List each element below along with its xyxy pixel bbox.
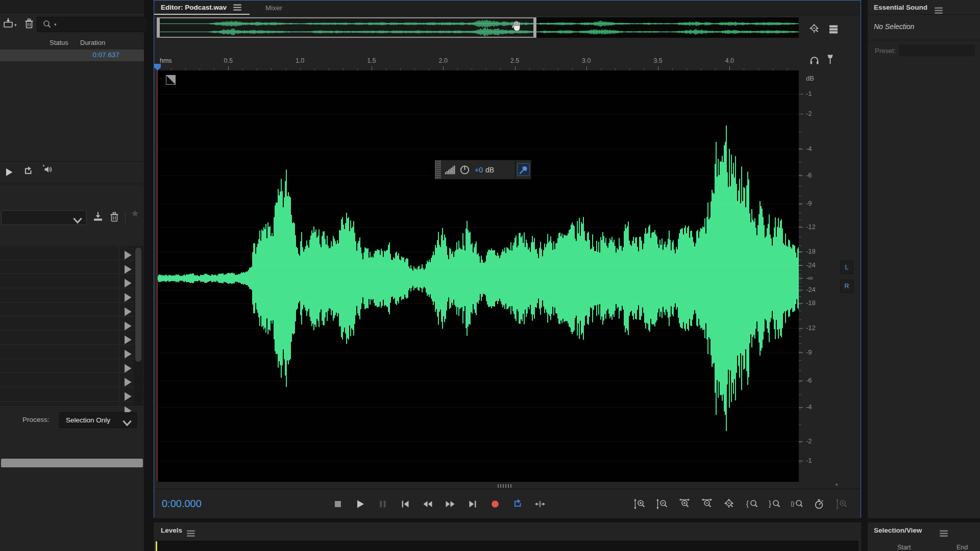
trash-icon[interactable] — [23, 18, 35, 29]
effects-slot[interactable] — [0, 331, 144, 345]
autoplay-speaker-icon[interactable] — [43, 164, 54, 176]
import-caret-icon[interactable]: ▾ — [14, 22, 17, 28]
effects-slot[interactable] — [0, 274, 144, 288]
column-header-duration[interactable]: Duration — [80, 39, 105, 46]
preset-input[interactable] — [898, 44, 976, 57]
fade-envelope-icon[interactable] — [166, 75, 176, 85]
preview-play-icon[interactable] — [4, 167, 15, 178]
zoom-reset-button[interactable] — [723, 497, 736, 510]
overview-viewport[interactable] — [157, 17, 536, 38]
zoom-in-point-button[interactable]: { — [745, 497, 758, 510]
db-gridline — [157, 353, 799, 353]
gain-knob-icon[interactable] — [459, 164, 471, 176]
scrollbar-thumb[interactable] — [135, 247, 141, 362]
column-header-status[interactable]: Status — [50, 39, 68, 46]
tab-editor[interactable]: Editor: Podcast.wav — [154, 1, 250, 15]
save-effects-icon[interactable] — [92, 211, 104, 222]
channel-right-label: R — [844, 283, 849, 290]
panel-menu-icon[interactable] — [232, 2, 243, 13]
scrollbar-arrow-icon[interactable]: ▾ — [836, 482, 838, 487]
db-scale-tick — [799, 252, 801, 253]
zoom-out-vertical-button[interactable] — [655, 497, 668, 510]
file-row-selected[interactable]: 0:07.637 — [0, 49, 144, 61]
editor-panel: Editor: Podcast.wav Mixer hms 0.51.01.52… — [154, 0, 861, 518]
gain-value[interactable]: +0 — [475, 166, 483, 174]
headphones-icon[interactable] — [809, 55, 820, 66]
play-button[interactable] — [354, 498, 366, 510]
effect-slot-arrow-icon[interactable] — [122, 249, 133, 261]
zoom-navigate-icon[interactable] — [809, 23, 820, 35]
db-scale-tick — [799, 442, 801, 443]
channel-left-button[interactable]: L — [840, 261, 853, 274]
tab-mixer[interactable]: Mixer — [259, 1, 289, 15]
effects-horizontal-scrollbar[interactable] — [1, 459, 143, 467]
effects-slot[interactable] — [0, 345, 144, 359]
editor-tabbar: Editor: Podcast.wav Mixer — [154, 1, 861, 15]
viewport-right-handle[interactable] — [533, 18, 536, 37]
channel-right-button[interactable]: R — [840, 280, 853, 293]
panel-menu-icon[interactable] — [185, 528, 197, 539]
ruler-time-label: 1.5 — [363, 57, 380, 64]
loop-button[interactable] — [511, 498, 523, 510]
effect-slot-arrow-icon[interactable] — [122, 391, 133, 402]
import-media-icon[interactable] — [3, 17, 14, 29]
effect-slot-arrow-icon[interactable] — [122, 306, 133, 317]
waveform-overview[interactable] — [157, 17, 799, 38]
effects-slot[interactable] — [0, 359, 144, 373]
effect-slot-arrow-icon[interactable] — [122, 377, 133, 388]
delete-effects-icon[interactable] — [109, 211, 120, 222]
db-scale-tick — [799, 296, 801, 297]
effect-slot-arrow-icon[interactable] — [122, 292, 133, 303]
zoom-out-horizontal-button[interactable] — [700, 497, 713, 510]
timeline-ruler[interactable]: hms 0.51.01.52.02.53.03.54.0 — [157, 56, 799, 71]
effect-slot-arrow-icon[interactable] — [122, 363, 133, 374]
zoom-vertical-disabled-button[interactable] — [835, 497, 848, 510]
scrollbar-grip[interactable] — [498, 484, 512, 488]
skip-end-button[interactable] — [467, 498, 478, 510]
fast-forward-button[interactable] — [444, 498, 456, 510]
tracks-layout-icon[interactable] — [828, 23, 839, 35]
db-scale-label: -1 — [806, 457, 812, 464]
effects-slot[interactable] — [0, 373, 144, 387]
effects-slot[interactable] — [0, 303, 144, 317]
skip-start-button[interactable] — [399, 498, 411, 510]
effects-slot[interactable] — [0, 260, 144, 274]
effects-slot[interactable] — [0, 246, 144, 260]
preview-loop-icon[interactable] — [22, 166, 34, 177]
effect-slot-arrow-icon[interactable] — [122, 320, 133, 332]
effect-slot-arrow-icon[interactable] — [122, 348, 133, 360]
effects-slot[interactable] — [0, 402, 144, 407]
pause-button[interactable] — [377, 498, 388, 510]
zoom-out-point-button[interactable]: } — [768, 497, 780, 510]
waveform-display[interactable]: +0 dB — [157, 70, 799, 482]
pin-button[interactable] — [517, 163, 530, 176]
marker-pin-icon[interactable] — [824, 54, 836, 65]
record-button[interactable] — [489, 498, 501, 510]
zoom-in-vertical-button[interactable] — [633, 497, 646, 510]
viewport-left-handle[interactable] — [157, 18, 160, 37]
effect-slot-arrow-icon[interactable] — [122, 278, 133, 289]
preset-select[interactable] — [1, 210, 87, 225]
hud-grip-handle[interactable] — [435, 160, 441, 179]
search-input[interactable]: ▾ — [37, 17, 148, 32]
effect-slot-arrow-icon[interactable] — [122, 334, 133, 345]
effects-slot[interactable] — [0, 387, 144, 402]
effect-slot-arrow-icon[interactable] — [122, 264, 133, 275]
panel-menu-icon[interactable] — [938, 528, 949, 539]
effects-slot[interactable] — [0, 317, 144, 331]
skip-selection-button[interactable] — [534, 498, 546, 510]
rewind-button[interactable] — [422, 498, 433, 510]
favorite-star-icon[interactable]: ★ — [131, 208, 139, 219]
db-scale-tick — [799, 174, 801, 175]
transport-buttons — [332, 489, 546, 518]
process-select[interactable]: Selection Only — [59, 412, 137, 428]
waveform-scrollbar[interactable]: ▾ — [157, 482, 799, 489]
effects-list-scrollbar[interactable] — [134, 246, 143, 406]
zoom-in-horizontal-button[interactable] — [678, 497, 691, 510]
zoom-selection-button[interactable]: {} — [790, 497, 803, 510]
effects-slot[interactable] — [0, 288, 144, 303]
timecode-display[interactable]: 0:00.000 — [162, 489, 202, 518]
timer-button[interactable] — [813, 497, 825, 510]
levels-title: Levels — [161, 527, 182, 534]
stop-button[interactable] — [332, 498, 344, 510]
